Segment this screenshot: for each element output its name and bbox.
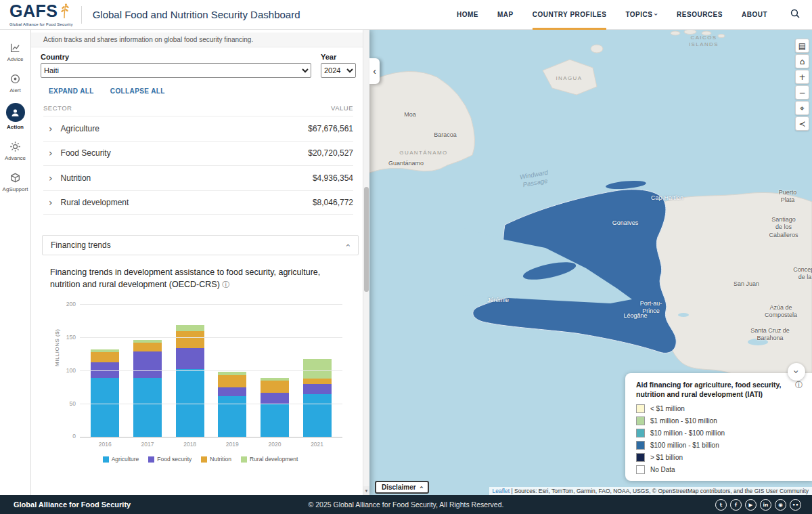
- info-icon[interactable]: ⓘ: [795, 380, 803, 399]
- y-tick-label: 150: [58, 334, 76, 341]
- sidebar-item-label: AgSupport: [3, 186, 28, 192]
- leaflet-link[interactable]: Leaflet: [493, 488, 510, 494]
- bar-segment-nutrition[interactable]: [176, 331, 204, 347]
- sidebar-item-action[interactable]: Action: [6, 103, 25, 130]
- stacked-bar[interactable]: [133, 340, 162, 437]
- twitter-icon[interactable]: t: [715, 499, 727, 511]
- chart-legend-item: Agriculture: [103, 456, 139, 463]
- youtube-icon[interactable]: ▶: [745, 499, 757, 511]
- panel-scrollbar[interactable]: ▼: [363, 30, 369, 495]
- share-button[interactable]: ≺: [795, 116, 809, 131]
- sidebar-item-advice[interactable]: Advice: [7, 41, 23, 62]
- sidebar-item-label: Advice: [7, 56, 23, 62]
- sidebar-item-advance[interactable]: Advance: [5, 140, 26, 161]
- locate-button[interactable]: ⌖: [795, 101, 809, 115]
- panel-collapse-tab[interactable]: ‹: [369, 58, 380, 84]
- zoom-out-button[interactable]: −: [795, 85, 809, 100]
- table-row[interactable]: ›Nutrition$4,936,354: [43, 165, 353, 190]
- stacked-bar[interactable]: [261, 378, 289, 437]
- year-select[interactable]: 2024: [321, 63, 356, 78]
- page-title: Global Food and Nutrition Security Dashb…: [93, 9, 300, 20]
- main-area: CAICOS ISLANDSINAGUAMoaBaracoaGUANTÁNAMO…: [31, 30, 812, 495]
- sector-name: Food Security: [61, 148, 111, 158]
- year-label: Year: [321, 53, 356, 61]
- nav-item-home[interactable]: HOME: [457, 0, 478, 30]
- logo[interactable]: GAFS Global Alliance for Food Security: [9, 3, 73, 26]
- stacked-bar[interactable]: [91, 349, 119, 437]
- table-row[interactable]: ›Rural development$8,046,772: [43, 190, 353, 215]
- facebook-icon[interactable]: f: [730, 499, 742, 511]
- sidebar-item-alert[interactable]: Alert: [9, 72, 22, 93]
- bar-segment-agriculture[interactable]: [133, 378, 162, 437]
- nav-item-label: ABOUT: [742, 11, 767, 18]
- instagram-icon[interactable]: ◉: [775, 499, 786, 511]
- bar-segment-rural-development[interactable]: [176, 325, 204, 332]
- financing-trends-chart: MILLIONS ($) 201620172018201920202021 05…: [31, 305, 369, 461]
- dominican-republic-shape[interactable]: [652, 192, 812, 395]
- chart-heading: Financing trends in development assistan…: [50, 266, 349, 291]
- sidebar-item-label: Advance: [5, 155, 26, 161]
- bar-segment-agriculture[interactable]: [261, 404, 289, 437]
- legend-collapse-button[interactable]: ›: [788, 363, 805, 381]
- nav-item-resources[interactable]: RESOURCES: [677, 0, 723, 30]
- sector-value: $67,676,561: [308, 124, 353, 133]
- bar-segment-food-security[interactable]: [303, 384, 332, 394]
- bar-segment-nutrition[interactable]: [261, 381, 289, 393]
- scrollbar-down-button[interactable]: ▼: [363, 486, 369, 495]
- logo-text: GAFS: [9, 3, 58, 20]
- bar-segment-agriculture[interactable]: [303, 394, 332, 437]
- country-select[interactable]: Haiti: [41, 63, 311, 78]
- logo-subtitle: Global Alliance for Food Security: [9, 22, 73, 26]
- stacked-bar[interactable]: [176, 325, 204, 437]
- collapse-all-link[interactable]: COLLAPSE ALL: [110, 87, 165, 95]
- sector-table-body: ›Agriculture$67,676,561›Food Security$20…: [43, 116, 353, 215]
- table-row[interactable]: ›Agriculture$67,676,561: [43, 116, 353, 141]
- sector-column-header: SECTOR: [43, 104, 72, 112]
- bar-segment-rural-development[interactable]: [303, 359, 332, 379]
- sidebar-item-agsupport[interactable]: AgSupport: [3, 171, 28, 192]
- nav-item-map[interactable]: MAP: [497, 0, 514, 30]
- bar-group: 2020: [261, 305, 289, 437]
- basemap-gallery-button[interactable]: ▤: [795, 39, 809, 53]
- bar-segment-nutrition[interactable]: [133, 343, 162, 351]
- legend-label: No Data: [650, 466, 675, 473]
- disclaimer-button[interactable]: Disclaimer ›: [375, 481, 429, 494]
- linkedin-icon[interactable]: in: [760, 499, 771, 511]
- bar-segment-food-security[interactable]: [218, 387, 246, 396]
- zoom-in-button[interactable]: +: [795, 70, 809, 84]
- scrollbar-thumb[interactable]: [364, 187, 369, 292]
- bar-segment-nutrition[interactable]: [91, 352, 119, 362]
- chevron-down-icon: ›: [791, 370, 802, 374]
- bar-segment-food-security[interactable]: [133, 351, 162, 378]
- nav-item-about[interactable]: ABOUT: [742, 0, 767, 30]
- legend-swatch: [201, 456, 207, 463]
- home-button[interactable]: ⌂: [795, 54, 809, 68]
- info-icon[interactable]: ⓘ: [222, 280, 229, 289]
- nav-item-topics[interactable]: TOPICS›: [625, 0, 658, 30]
- caicos-island: [718, 35, 725, 38]
- bar-segment-food-security[interactable]: [176, 348, 204, 369]
- bar-segment-nutrition[interactable]: [303, 379, 332, 384]
- chevron-up-icon: ›: [344, 244, 353, 247]
- chart-heading-text: Financing trends in development assistan…: [50, 267, 320, 289]
- x-tick-label: 2018: [183, 441, 196, 448]
- expand-all-link[interactable]: EXPAND ALL: [49, 87, 94, 95]
- bar-segment-nutrition[interactable]: [218, 375, 246, 388]
- financing-trends-title: Financing trends: [51, 240, 111, 250]
- legend-label: Nutrition: [210, 456, 231, 463]
- search-button[interactable]: [790, 9, 800, 21]
- table-row[interactable]: ›Food Security$20,720,527: [43, 141, 353, 166]
- chart-legend-item: Food security: [148, 456, 191, 463]
- flickr-icon[interactable]: ••: [790, 499, 801, 511]
- stacked-bar[interactable]: [218, 372, 246, 437]
- y-tick-label: 100: [58, 367, 76, 374]
- bar-segment-food-security[interactable]: [261, 393, 289, 404]
- financing-trends-accordion[interactable]: Financing trends ›: [42, 235, 359, 255]
- sidebar-item-label: Alert: [9, 87, 20, 93]
- nav-item-country-profiles[interactable]: COUNTRY PROFILES: [533, 0, 607, 30]
- bar-segment-agriculture[interactable]: [91, 378, 119, 437]
- wheat-icon: [59, 3, 70, 22]
- bar-segment-agriculture[interactable]: [218, 396, 246, 437]
- x-tick-label: 2019: [226, 441, 239, 448]
- chart-legend-item: Nutrition: [201, 456, 231, 463]
